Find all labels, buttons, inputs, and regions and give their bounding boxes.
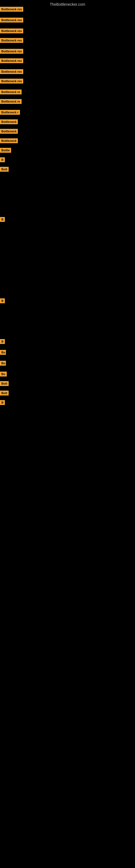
- bottleneck-label: Bott: [0, 391, 9, 396]
- list-item[interactable]: Bottleneck res: [0, 69, 23, 75]
- bottleneck-label: B: [0, 299, 5, 303]
- bottleneck-label: B: [0, 157, 5, 162]
- list-item[interactable]: Bottleneck res: [0, 79, 23, 85]
- bottleneck-label: Bottleneck: [0, 129, 18, 134]
- bottleneck-label: Bott: [0, 381, 9, 386]
- bottleneck-label: B: [0, 339, 5, 344]
- list-item[interactable]: Bo: [0, 361, 6, 367]
- bottleneck-label: Bottleneck r: [0, 110, 20, 115]
- list-item[interactable]: Bottleneck res: [0, 38, 23, 44]
- list-item[interactable]: Bottleneck r: [0, 110, 20, 116]
- list-item[interactable]: B: [0, 299, 5, 304]
- bottleneck-label: Bottleneck re: [0, 99, 21, 104]
- list-item[interactable]: Bott: [0, 381, 9, 387]
- list-item[interactable]: Bott: [0, 391, 9, 397]
- bottleneck-label: Bottleneck res: [0, 29, 23, 33]
- bottleneck-label: Bott: [0, 167, 9, 172]
- list-item[interactable]: Bottleneck re: [0, 90, 21, 95]
- list-item[interactable]: B: [0, 400, 5, 406]
- bottleneck-label: Bottleneck re: [0, 90, 21, 94]
- bottleneck-label: Bo: [0, 350, 6, 355]
- list-item[interactable]: Bottleneck res: [0, 49, 23, 55]
- list-item[interactable]: B: [0, 217, 5, 223]
- list-item[interactable]: Bottle: [0, 148, 11, 154]
- bottleneck-label: B: [0, 400, 5, 405]
- bottleneck-label: Bottleneck res: [0, 7, 23, 12]
- bottleneck-label: Bottleneck res: [0, 18, 23, 23]
- list-item[interactable]: Bottleneck re: [0, 99, 21, 105]
- bottleneck-label: Bottleneck: [0, 138, 18, 143]
- list-item[interactable]: Bottleneck res: [0, 29, 23, 34]
- list-item[interactable]: Bottleneck: [0, 129, 18, 135]
- list-item[interactable]: Bottleneck: [0, 138, 18, 144]
- list-item[interactable]: B: [0, 157, 5, 163]
- list-item[interactable]: Bottleneck res: [0, 7, 23, 13]
- bottleneck-label: Bottle: [0, 148, 11, 153]
- bottleneck-label: Bottleneck res: [0, 79, 23, 84]
- bottleneck-label: Bottleneck res: [0, 69, 23, 74]
- list-item[interactable]: Bo: [0, 350, 6, 356]
- list-item[interactable]: B: [0, 339, 5, 345]
- list-item[interactable]: Bottleneck: [0, 119, 18, 125]
- bottleneck-label: Bottleneck res: [0, 58, 23, 63]
- bottleneck-label: Bottleneck: [0, 119, 18, 124]
- bottleneck-label: Bottleneck res: [0, 38, 23, 43]
- list-item[interactable]: Bottleneck res: [0, 58, 23, 64]
- list-item[interactable]: Bott: [0, 167, 9, 173]
- bottleneck-label: Bottleneck res: [0, 49, 23, 54]
- bottleneck-label: Bo: [0, 372, 7, 376]
- list-item[interactable]: Bottleneck res: [0, 18, 23, 24]
- bottleneck-label: Bo: [0, 361, 6, 366]
- list-item[interactable]: Bo: [0, 372, 7, 378]
- bottleneck-label: B: [0, 217, 5, 222]
